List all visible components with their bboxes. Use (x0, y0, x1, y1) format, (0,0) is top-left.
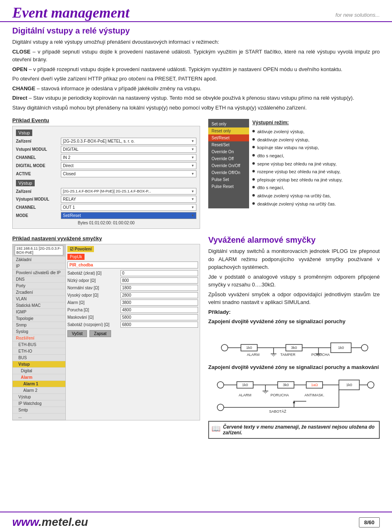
vycist-button[interactable]: Vyčist (67, 330, 87, 337)
nav-example-heading: Příklad nastavení vyvážené smyčky (12, 235, 200, 241)
popup-name[interactable]: PIR_chodba (67, 262, 198, 268)
svg-point-48 (217, 404, 224, 411)
output-mode-section: Set only Reset only Set/Reset Reset/Set … (208, 117, 380, 229)
mode-item-override-off-on[interactable]: Override Off/On (208, 169, 249, 176)
svg-text:1k0: 1k0 (338, 346, 344, 350)
alarm-para-3: Způsob vyvážení smyček a odpor odpovídaj… (208, 291, 380, 306)
nav-item-vystup[interactable]: Výstup (13, 394, 65, 400)
nav-item-rozsireni[interactable]: Rozšíření (13, 335, 65, 342)
nav-item-vstup[interactable]: Vstup (13, 361, 65, 368)
nav-item-syslog[interactable]: Syslog (13, 329, 65, 335)
nav-item-porty[interactable]: Porty (13, 283, 65, 289)
circuit2-diagram: 1k0 3k0 1aΩ (208, 373, 380, 418)
dropdown-arrow-icon: ▼ (191, 172, 194, 176)
param-row-maskovani: Maskování [Ω] 5800 (67, 314, 198, 320)
mode-item-override-on-off[interactable]: Override On/Off (208, 162, 249, 169)
nav-item-dns[interactable]: DNS (13, 276, 65, 283)
svg-text:ALARM: ALARM (247, 353, 259, 357)
page-subtitle: for new solutions... (336, 12, 380, 18)
vstupni-modul-value[interactable]: DIGITAL ▼ (61, 146, 196, 153)
bullet-3: kopíruje stav vstupu na výstup, (252, 144, 380, 152)
circuit1-svg: 1k0 ALARM 3k0 TAMPER (216, 327, 372, 360)
mode-item-set-reset[interactable]: Set/Reset (208, 134, 249, 141)
active-value[interactable]: Closed ▼ (61, 170, 196, 177)
nav-item-ip[interactable]: IP (13, 263, 65, 270)
vystup-section-label: Výstup (16, 180, 35, 186)
nav-item-topologie[interactable]: Topologie (13, 315, 65, 322)
bullet-10: deaktivuje zvolený výstup na určitý čas. (252, 201, 380, 208)
nav-item-staticka-mac[interactable]: Statická MAC (13, 302, 65, 309)
nav-item-smtp[interactable]: Smtp (13, 407, 65, 414)
svg-text:3k0: 3k0 (283, 383, 289, 387)
nav-item-povoleni[interactable]: Povolení uživatelů dle IP (13, 270, 65, 276)
zarizeni-label: Zařízení (16, 139, 61, 143)
form-row-channel2: CHANNEL OUT 1 ▼ (16, 204, 196, 211)
nav-item-more[interactable]: ... (13, 414, 65, 420)
dropdown-arrow-icon: ▼ (191, 214, 194, 217)
dropdown-arrow-icon: ▼ (191, 206, 194, 209)
nav-item-igmp[interactable]: IGMP (13, 309, 65, 315)
mode-list: Set only Reset only Set/Reset Reset/Set … (208, 119, 249, 208)
alarm-para-2: Jde v podstatě o analogové vstupy s prom… (208, 273, 380, 289)
mode-label: MODE (16, 213, 61, 218)
channel-value[interactable]: IN 2 ▼ (61, 154, 196, 161)
page-footer: www.metel.eu 8/60 (0, 512, 392, 532)
form-row-digital-mode: DIGITAL MODE Direct ▼ (16, 162, 196, 169)
popup-label: PopUk (67, 254, 85, 260)
povoleni-checkbox[interactable]: ☑ Povolení (67, 246, 94, 252)
svg-text:PORUCHA: PORUCHA (311, 353, 330, 357)
vstupni-modul-label: Vstupní MODUL (16, 147, 61, 152)
nav-item-alarm1[interactable]: Alarm 1 (13, 381, 65, 387)
page-content: Digitální vstupy a relé výstupy Digitáln… (0, 26, 392, 439)
mode-value[interactable]: Set/Reset ▼ (61, 212, 196, 219)
mode-item-override-on[interactable]: Override On (208, 148, 249, 155)
svg-text:ANTIMASK.: ANTIMASK. (305, 393, 325, 397)
form-row-zarizeni2: Zařízení [2G-2S.1.4.F-BOX-PP (M-PoE)] 2G… (16, 188, 196, 194)
bullet-dot (252, 162, 255, 165)
bullet-dot (252, 146, 255, 148)
nav-item-zrcadleni[interactable]: Zrcadlení (13, 289, 65, 296)
bullet-2: deaktivuje zvolený výstup, (252, 136, 380, 144)
digital-mode-value[interactable]: Direct ▼ (61, 162, 196, 169)
channel2-value[interactable]: OUT 1 ▼ (61, 204, 196, 211)
dropdown-arrow-icon: ▼ (191, 164, 194, 168)
nav-item-alarm[interactable]: Alarm (13, 374, 65, 381)
nav-item-ip-watchdog[interactable]: IP Watchdog (13, 400, 65, 407)
channel-label: CHANNEL (16, 155, 61, 160)
svg-text:1k0: 1k0 (246, 346, 252, 350)
nav-item-alarm2[interactable]: Alarm 2 (13, 387, 65, 394)
mode-item-reset-set[interactable]: Reset/Set (208, 141, 249, 148)
nav-item-snmp[interactable]: Snmp (13, 322, 65, 329)
bullet-5: sepne výstup bez ohledu na jiné vstupy, (252, 161, 380, 168)
nav-item-eth-bus[interactable]: ETH-BUS (13, 342, 65, 348)
mode-item-pulse-reset[interactable]: Pulse Reset (208, 183, 249, 190)
mode-item-set-only[interactable]: Set only (208, 121, 249, 127)
nav-example-section: Příklad nastavení vyvážené smyčky 192.16… (12, 235, 200, 439)
digital-mode-label: DIGITAL MODE (16, 163, 61, 168)
output-panel: Set only Reset only Set/Reset Reset/Set … (208, 119, 380, 208)
svg-text:PORUCHA: PORUCHA (270, 393, 289, 397)
mode-item-pulse-set[interactable]: Pulse Set (208, 176, 249, 183)
nav-header-bar: 192.168.6.11 [2G-2S.0.3.F-BOX-PoE] (13, 244, 65, 257)
vystupni-modul2-value[interactable]: RELAY ▼ (61, 196, 196, 203)
nav-address[interactable]: 192.168.6.11 [2G-2S.0.3.F-BOX-PoE] (15, 246, 63, 255)
nav-item-zakladni[interactable]: Základní (13, 257, 65, 263)
svg-point-44 (368, 382, 374, 388)
bullet-8: dtto s negací, (252, 184, 380, 192)
event-example-left: Příklad Eventu Vstup Zařízení [2G-2S.0.3… (12, 117, 200, 229)
zarizeni-value[interactable]: [2G-2S.0.3.F-BOX-PoE] METEL, s. r. o. ▼ (61, 138, 196, 145)
svg-point-24 (361, 344, 368, 351)
zapsat-button[interactable]: Zapsat (89, 330, 111, 337)
nav-item-digital[interactable]: Digital (13, 368, 65, 374)
nav-item-bus[interactable]: BUS (13, 355, 65, 361)
mode-item-reset-only[interactable]: Reset only (208, 127, 249, 134)
zarizeni2-value[interactable]: [2G-2S.1.4.F-BOX-PP (M-PoE)] 2G-2S.1.4.F… (61, 188, 196, 194)
note-box: 📖 Červené texty v menu znamenají, že nas… (208, 421, 380, 439)
circuit1-title: Zapojení dvojitě vyvážené zóny se signal… (208, 317, 380, 326)
nav-item-vlan[interactable]: VLAN (13, 296, 65, 302)
example-event-heading: Příklad Eventu (12, 117, 200, 123)
param-row-vysoky-odpor: Vysoký odpor [Ω] 2800 (67, 292, 198, 298)
bullet-dot (252, 194, 255, 197)
mode-item-override-off[interactable]: Override Off (208, 155, 249, 162)
nav-item-eth-io[interactable]: ETH-IO (13, 348, 65, 355)
